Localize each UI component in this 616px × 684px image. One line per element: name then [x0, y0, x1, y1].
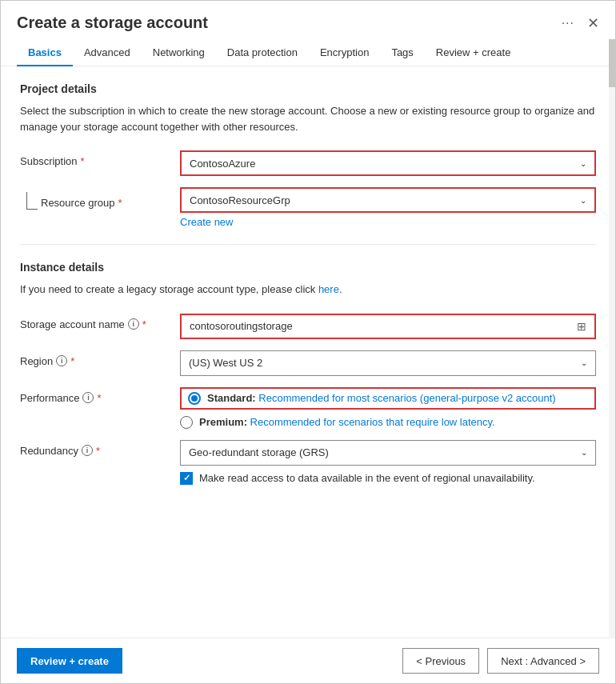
subscription-row: Subscription * ContosoAzure ⌄	[20, 150, 596, 176]
storage-account-name-value: contosoroutingstorage	[190, 320, 577, 332]
project-details-desc: Select the subscription in which to crea…	[20, 103, 596, 134]
performance-premium-radio[interactable]	[180, 416, 193, 429]
tab-encryption[interactable]: Encryption	[309, 40, 380, 66]
region-row: Region i * (US) West US 2 ⌄	[20, 350, 596, 376]
storage-account-name-control: contosoroutingstorage ⊞	[180, 314, 596, 339]
subscription-required: *	[81, 155, 85, 167]
subscription-control: ContosoAzure ⌄	[180, 150, 596, 176]
subscription-value: ContosoAzure	[190, 158, 255, 170]
section-divider-1	[20, 244, 596, 245]
instance-details-section: Instance details If you need to create a…	[20, 261, 596, 485]
resource-group-required: *	[118, 197, 122, 209]
close-icon[interactable]: ✕	[587, 14, 599, 32]
dialog-content: Project details Select the subscription …	[1, 66, 615, 638]
tab-review-create[interactable]: Review + create	[425, 40, 522, 66]
legacy-storage-desc: If you need to create a legacy storage a…	[20, 282, 596, 298]
scrollbar-track[interactable]	[609, 39, 615, 638]
project-details-title: Project details	[20, 82, 596, 95]
next-button[interactable]: Next : Advanced >	[487, 648, 599, 674]
tab-tags[interactable]: Tags	[380, 40, 424, 66]
redundancy-chevron-icon: ⌄	[581, 448, 587, 457]
redundancy-info-icon[interactable]: i	[82, 445, 93, 456]
tab-data-protection[interactable]: Data protection	[216, 40, 309, 66]
redundancy-dropdown[interactable]: Geo-redundant storage (GRS) ⌄	[180, 440, 596, 466]
tab-advanced[interactable]: Advanced	[73, 40, 142, 66]
storage-account-name-input[interactable]: contosoroutingstorage ⊞	[180, 314, 596, 339]
dialog-footer: Review + create < Previous Next : Advanc…	[1, 638, 615, 683]
resource-group-dropdown[interactable]: ContosoResourceGrp ⌄	[180, 187, 596, 213]
region-info-icon[interactable]: i	[56, 355, 67, 366]
storage-name-info-icon[interactable]: i	[128, 318, 139, 330]
performance-premium-option[interactable]: Premium: Recommended for scenarios that …	[180, 416, 596, 429]
storage-account-name-label: Storage account name i *	[20, 314, 180, 330]
subscription-label: Subscription *	[20, 150, 180, 167]
region-required: *	[70, 355, 74, 367]
resource-group-label-area: Resource group *	[20, 187, 180, 210]
performance-standard-label: Standard: Recommended for most scenarios…	[207, 392, 556, 404]
dialog-title: Create a storage account	[17, 14, 208, 32]
storage-account-name-row: Storage account name i * contosoroutings…	[20, 314, 596, 339]
performance-premium-label: Premium: Recommended for scenarios that …	[199, 416, 495, 428]
instance-details-title: Instance details	[20, 261, 596, 274]
region-value: (US) West US 2	[189, 357, 262, 369]
legacy-link[interactable]: here	[318, 283, 339, 295]
dialog-header: Create a storage account ··· ✕	[1, 1, 615, 32]
redundancy-checkbox-row: Make read access to data available in th…	[180, 472, 596, 485]
performance-label: Performance i *	[20, 387, 180, 404]
resource-group-chevron-icon: ⌄	[580, 196, 586, 205]
resource-group-row: Resource group * ContosoResourceGrp ⌄ Cr…	[20, 187, 596, 228]
performance-control: Standard: Recommended for most scenarios…	[180, 387, 596, 429]
redundancy-label: Redundancy i *	[20, 440, 180, 457]
region-control: (US) West US 2 ⌄	[180, 350, 596, 376]
resource-group-value: ContosoResourceGrp	[190, 194, 290, 206]
create-new-link[interactable]: Create new	[180, 216, 596, 228]
subscription-chevron-icon: ⌄	[580, 159, 586, 168]
region-label: Region i *	[20, 350, 180, 367]
review-create-button[interactable]: Review + create	[17, 648, 122, 674]
redundancy-required: *	[96, 445, 100, 457]
redundancy-control: Geo-redundant storage (GRS) ⌄ Make read …	[180, 440, 596, 485]
storage-name-required: *	[142, 318, 146, 330]
redundancy-value: Geo-redundant storage (GRS)	[189, 446, 329, 458]
performance-standard-option[interactable]: Standard: Recommended for most scenarios…	[180, 387, 596, 410]
storage-name-action-icon[interactable]: ⊞	[577, 320, 586, 333]
more-icon[interactable]: ···	[562, 16, 574, 30]
resource-group-control: ContosoResourceGrp ⌄ Create new	[180, 187, 596, 228]
performance-row: Performance i * Standard: Recommended fo…	[20, 387, 596, 429]
redundancy-checkbox-label: Make read access to data available in th…	[199, 472, 535, 484]
performance-standard-radio[interactable]	[188, 392, 201, 405]
header-actions: ··· ✕	[562, 14, 599, 32]
region-dropdown[interactable]: (US) West US 2 ⌄	[180, 350, 596, 376]
region-chevron-icon: ⌄	[581, 358, 587, 367]
create-storage-account-dialog: Create a storage account ··· ✕ Basics Ad…	[0, 0, 616, 684]
tabs-bar: Basics Advanced Networking Data protecti…	[1, 40, 615, 66]
performance-info-icon[interactable]: i	[82, 392, 94, 403]
previous-button[interactable]: < Previous	[402, 648, 479, 674]
performance-radio-group: Standard: Recommended for most scenarios…	[180, 387, 596, 429]
subscription-dropdown[interactable]: ContosoAzure ⌄	[180, 150, 596, 176]
scrollbar-thumb[interactable]	[609, 39, 615, 87]
tab-networking[interactable]: Networking	[142, 40, 216, 66]
redundancy-row: Redundancy i * Geo-redundant storage (GR…	[20, 440, 596, 485]
performance-required: *	[97, 392, 101, 404]
redundancy-checkbox[interactable]	[180, 472, 193, 485]
tab-basics[interactable]: Basics	[17, 40, 73, 66]
project-details-section: Project details Select the subscription …	[20, 82, 596, 228]
